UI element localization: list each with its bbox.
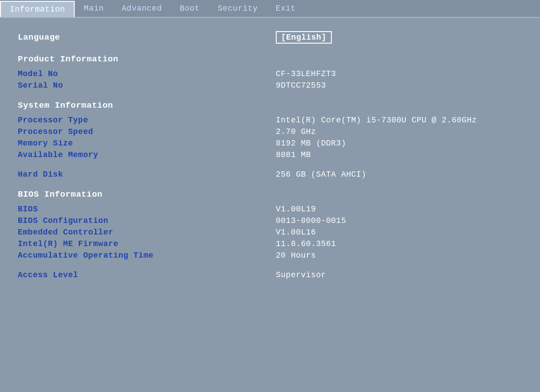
bios-config-label: BIOS Configuration <box>18 216 276 225</box>
accum-time-label: Accumulative Operating Time <box>18 251 276 260</box>
menu-bar: Information Main Advanced Boot Security … <box>0 0 540 18</box>
content-area: Language [English] Product Information M… <box>0 18 540 392</box>
hard-disk-label: Hard Disk <box>18 170 276 179</box>
accum-time-row: Accumulative Operating Time 20 Hours <box>18 251 522 260</box>
serial-no-row: Serial No 9DTCC72553 <box>18 81 522 90</box>
available-memory-value: 8081 MB <box>276 150 311 159</box>
bios-info-header-row: BIOS Information <box>18 190 522 202</box>
memory-size-value: 8192 MB (DDR3) <box>276 139 346 148</box>
menu-item-security[interactable]: Security <box>209 0 266 17</box>
language-row: Language [English] <box>18 31 522 44</box>
language-value[interactable]: [English] <box>276 31 332 44</box>
menu-item-exit[interactable]: Exit <box>267 0 305 17</box>
intel-me-value: 11.8.60.3561 <box>276 239 336 248</box>
model-no-value: CF-33LEHFZT3 <box>276 69 336 78</box>
processor-speed-row: Processor Speed 2.70 GHz <box>18 127 522 136</box>
bios-label: BIOS <box>18 205 276 214</box>
processor-type-value: Intel(R) Core(TM) i5-7300U CPU @ 2.60GHz <box>276 116 477 125</box>
product-info-header-row: Product Information <box>18 54 522 67</box>
language-label: Language <box>18 32 276 42</box>
bios-config-value: 0013-0000-0015 <box>276 216 346 225</box>
menu-item-main[interactable]: Main <box>75 0 113 17</box>
hard-disk-value: 256 GB (SATA AHCI) <box>276 170 366 179</box>
bios-row: BIOS V1.00L19 <box>18 205 522 214</box>
available-memory-row: Available Memory 8081 MB <box>18 150 522 159</box>
access-level-label: Access Level <box>18 271 276 279</box>
menu-item-boot-label: Boot <box>180 4 200 13</box>
embedded-controller-label: Embedded Controller <box>18 228 276 237</box>
memory-size-row: Memory Size 8192 MB (DDR3) <box>18 139 522 148</box>
hard-disk-row: Hard Disk 256 GB (SATA AHCI) <box>18 170 522 179</box>
processor-type-label: Processor Type <box>18 116 276 125</box>
memory-size-label: Memory Size <box>18 139 276 148</box>
bios-value: V1.00L19 <box>276 205 316 214</box>
menu-item-main-label: Main <box>84 4 104 13</box>
serial-no-value: 9DTCC72553 <box>276 81 326 90</box>
available-memory-label: Available Memory <box>18 150 276 159</box>
menu-item-advanced-label: Advanced <box>122 4 162 13</box>
model-no-label: Model No <box>18 69 276 78</box>
access-level-value: Supervisor <box>276 271 326 279</box>
embedded-controller-value: V1.00L16 <box>276 228 316 237</box>
menu-item-boot[interactable]: Boot <box>171 0 209 17</box>
intel-me-label: Intel(R) ME Firmware <box>18 239 276 248</box>
processor-speed-label: Processor Speed <box>18 127 276 136</box>
bios-config-row: BIOS Configuration 0013-0000-0015 <box>18 216 522 225</box>
processor-speed-value: 2.70 GHz <box>276 127 316 136</box>
menu-item-exit-label: Exit <box>276 4 296 13</box>
menu-item-information[interactable]: Information <box>0 1 75 17</box>
intel-me-row: Intel(R) ME Firmware 11.8.60.3561 <box>18 239 522 248</box>
serial-no-label: Serial No <box>18 81 276 90</box>
processor-type-row: Processor Type Intel(R) Core(TM) i5-7300… <box>18 116 522 125</box>
access-level-row: Access Level Supervisor <box>18 271 522 279</box>
system-info-header: System Information <box>18 101 113 110</box>
menu-item-information-label: Information <box>10 5 65 14</box>
model-no-row: Model No CF-33LEHFZT3 <box>18 69 522 78</box>
system-info-header-row: System Information <box>18 101 522 113</box>
menu-item-security-label: Security <box>218 4 258 13</box>
bios-info-header: BIOS Information <box>18 190 102 199</box>
menu-item-advanced[interactable]: Advanced <box>113 0 171 17</box>
accum-time-value: 20 Hours <box>276 251 316 260</box>
product-info-header: Product Information <box>18 54 118 64</box>
embedded-controller-row: Embedded Controller V1.00L16 <box>18 228 522 237</box>
